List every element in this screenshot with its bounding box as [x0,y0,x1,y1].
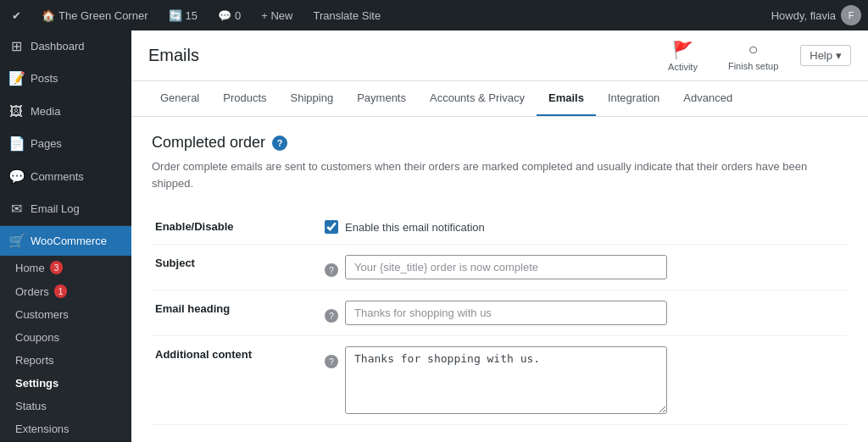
media-icon: 🖼 [8,102,24,121]
sidebar-item-dashboard[interactable]: ⊞ Dashboard [0,30,131,63]
tab-products[interactable]: Products [211,81,278,116]
help-chevron-icon: ▾ [836,49,842,62]
page-title: Emails [148,46,199,65]
sidebar-item-posts[interactable]: 📝 Posts [0,63,131,95]
additional-content-value-cell: ? Thanks for shopping with us. [321,336,848,425]
posts-icon: 📝 [8,69,24,88]
user-avatar: F [841,5,861,25]
tab-accounts-privacy[interactable]: Accounts & Privacy [418,81,537,116]
subject-value-cell: ? [321,245,848,290]
enable-checkbox[interactable] [325,220,338,234]
admin-bar: ✔ 🏠 The Green Corner 🔄 15 💬 0 + New Tran… [0,0,868,30]
tabs-container: General Products Shipping Payments Accou… [131,81,868,117]
subject-row: Subject ? [152,245,848,290]
site-name-item[interactable]: 🏠 The Green Corner [36,0,153,30]
comments-icon: 💬 [218,9,231,22]
orders-badge: 1 [54,285,68,298]
sidebar-label-orders: Orders [15,285,49,298]
additional-content-row: Additional content ? Thanks for shopping… [152,336,848,425]
email-heading-label: Email heading [152,290,321,336]
enable-disable-label: Enable/Disable [152,208,321,245]
enable-disable-row: Enable/Disable Enable this email notific… [152,208,848,245]
subject-input[interactable] [345,255,667,279]
sidebar-label-pages: Pages [31,136,62,152]
sidebar-item-woocommerce[interactable]: 🛒 WooCommerce [0,226,131,256]
tab-payments[interactable]: Payments [345,81,418,116]
help-button[interactable]: Help ▾ [800,45,851,66]
site-name: The Green Corner [58,9,148,22]
help-label: Help [810,49,832,62]
finish-setup-button[interactable]: ○ Finish setup [720,35,787,76]
content-area: Emails 🚩 Activity ○ Finish setup Help ▾ … [131,30,868,442]
new-item[interactable]: + New [256,0,298,30]
tab-general[interactable]: General [148,81,211,116]
section-description: Order complete emails are sent to custom… [152,158,848,191]
email-heading-row: Email heading ? [152,290,848,336]
subject-field-row: ? [325,255,844,279]
additional-content-textarea[interactable]: Thanks for shopping with us. [345,346,667,414]
email-heading-value-cell: ? [321,290,848,336]
section-title-row: Completed order ? [152,134,848,152]
sidebar-item-status[interactable]: Status [0,395,131,417]
updates-count: 15 [186,9,198,22]
howdy-section[interactable]: Howdy, flavia F [771,5,861,25]
additional-content-field-row: ? Thanks for shopping with us. [325,346,844,414]
sidebar-item-reports[interactable]: Reports [0,349,131,372]
wp-logo-icon: ✔ [12,9,21,22]
activity-label: Activity [668,62,698,72]
sidebar-label-posts: Posts [31,71,58,86]
sidebar-label-settings: Settings [15,377,58,390]
comments-count: 0 [235,9,241,22]
sidebar-item-extensions[interactable]: Extensions [0,417,131,440]
finish-setup-label: Finish setup [728,61,778,71]
email-heading-field-row: ? [325,301,844,325]
sidebar-label-home: Home [15,262,45,274]
enable-checkbox-row: Enable this email notification [325,220,844,234]
section-title: Completed order [152,134,265,152]
pages-icon: 📄 [8,135,24,153]
tab-advanced[interactable]: Advanced [671,81,744,116]
info-icon[interactable]: ? [272,135,287,151]
sidebar-label-emaillog: Email Log [31,202,80,217]
email-heading-input[interactable] [345,301,667,325]
sidebar-item-media[interactable]: 🖼 Media [0,96,131,128]
sidebar-item-pages[interactable]: 📄 Pages [0,128,131,160]
email-heading-help-tip[interactable]: ? [325,309,338,323]
tab-integration[interactable]: Integration [596,81,671,116]
sidebar-item-comments[interactable]: 💬 Comments [0,161,131,193]
translate-item[interactable]: Translate Site [308,0,386,30]
sidebar-item-coupons[interactable]: Coupons [0,326,131,349]
subject-help-tip[interactable]: ? [325,263,338,277]
new-label: + New [261,9,292,22]
wp-logo-item[interactable]: ✔ [7,0,26,30]
emaillog-icon: ✉ [8,200,24,218]
sidebar-item-emaillog[interactable]: ✉ Email Log [0,193,131,225]
home-badge: 3 [50,261,64,274]
additional-content-label: Additional content [152,336,321,425]
sidebar-item-orders[interactable]: Orders 1 [0,279,131,303]
form-table: Enable/Disable Enable this email notific… [152,208,848,425]
updates-item[interactable]: 🔄 15 [164,0,203,30]
sidebar-item-settings[interactable]: Settings [0,372,131,395]
tab-shipping[interactable]: Shipping [279,81,346,116]
sidebar: ⊞ Dashboard 📝 Posts 🖼 Media 📄 Pages 💬 Co… [0,30,131,442]
subject-label: Subject [152,245,321,290]
enable-checkbox-label: Enable this email notification [345,221,485,234]
translate-label: Translate Site [313,9,381,22]
woocommerce-section: 🛒 WooCommerce Home 3 Orders 1 Customers … [0,225,131,440]
sidebar-label-media: Media [31,104,60,119]
activity-button[interactable]: 🚩 Activity [659,35,706,77]
sidebar-label-status: Status [15,400,47,412]
sidebar-label-reports: Reports [15,354,54,367]
additional-content-help-tip[interactable]: ? [325,355,338,368]
sidebar-label-extensions: Extensions [15,423,70,435]
comments-item[interactable]: 💬 0 [213,0,246,30]
header-actions: 🚩 Activity ○ Finish setup Help ▾ [659,35,851,77]
tab-emails[interactable]: Emails [537,81,596,116]
sidebar-label-comments: Comments [31,169,84,185]
sidebar-item-home[interactable]: Home 3 [0,256,131,279]
updates-icon: 🔄 [169,9,182,22]
sidebar-item-customers[interactable]: Customers [0,303,131,326]
dashboard-icon: ⊞ [8,37,24,56]
finish-setup-icon: ○ [748,40,759,59]
